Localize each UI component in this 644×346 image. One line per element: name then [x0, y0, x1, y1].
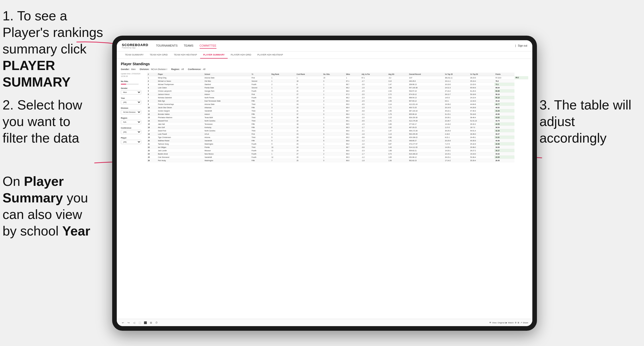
cell-2: North Carolina	[203, 129, 250, 132]
conference-value: All	[203, 68, 205, 71]
cell-7: 68.4	[345, 106, 360, 109]
undo-icon[interactable]: ↩	[121, 321, 125, 325]
view-original-btn[interactable]: 👁 View: Original	[489, 322, 505, 324]
cell-4: 7	[271, 159, 296, 162]
subnav-team-h2h-heatmap[interactable]: TEAM H2H HEATMAP	[171, 51, 200, 59]
header-right: | Sign out	[515, 44, 527, 47]
conference-select[interactable]: (All)	[121, 130, 141, 134]
cell-7: 68.7	[345, 109, 360, 113]
share-btn[interactable]: ↗ Share	[520, 322, 528, 324]
points-cell: 73.1	[494, 83, 514, 86]
cell-1: Maxwell Ford	[157, 119, 204, 122]
cell-4: 6	[271, 116, 296, 119]
grid-btn[interactable]: ⊞	[518, 322, 519, 324]
table-row: 19Tiger ChristensenArizonaThird523269.2-…	[147, 136, 528, 139]
cell-5: 22	[295, 119, 322, 122]
cell-9: 1.71	[387, 106, 408, 109]
cell-8: -1.8	[360, 159, 387, 162]
year-select[interactable]: (All)	[121, 100, 141, 104]
region-value: All	[181, 68, 184, 71]
division-select[interactable]: NCAA Division I	[121, 110, 141, 114]
paste-icon[interactable]: ⬛	[143, 321, 147, 325]
cell-6: 1	[322, 146, 345, 149]
copy-icon[interactable]: ⬚	[138, 321, 142, 325]
points-cell: 31.81	[494, 136, 514, 139]
cell-11: 26-23-1	[444, 156, 469, 159]
cell-7: 68.6	[345, 149, 360, 152]
cell-10: 533-57-16	[408, 89, 444, 93]
nav-committee[interactable]: COMMITTEE	[200, 43, 216, 49]
cell-6: 1	[322, 156, 345, 159]
cell-6: 2	[322, 96, 345, 99]
cell-2: Arizona State	[203, 103, 250, 106]
cell-10: 616-168-22	[408, 152, 444, 156]
subnav-player-summary[interactable]: PLAYER SUMMARY	[200, 51, 228, 59]
cell-11: 14-20-1	[444, 149, 469, 152]
clock-icon[interactable]: ⏱	[154, 321, 159, 325]
table-row: 25Cole SherwoodVanderbiltFourth1223169.3…	[147, 156, 528, 159]
rank-cell: 13	[147, 116, 157, 119]
player-select[interactable]: (All)	[121, 140, 141, 144]
cell-5: 24	[295, 146, 322, 149]
cell-4: 5	[271, 136, 296, 139]
table-row: 16Alex GoffKentuckyFifth819068.3-1.71.92…	[147, 126, 528, 129]
cell-3: Third	[251, 136, 271, 139]
cell-10: 429-198-22	[408, 136, 444, 139]
watch-btn[interactable]: ▶ Watch	[506, 322, 513, 324]
settings-btn[interactable]: ⚙	[515, 322, 517, 324]
cell-4: 5	[271, 113, 296, 116]
region-select[interactable]: N/A	[121, 120, 141, 124]
cell-9: 0.74	[387, 152, 408, 156]
cell-12: 44-64-6	[469, 103, 494, 106]
rank-cell: 7	[147, 96, 157, 99]
cell-10: 448-85-27	[408, 139, 444, 142]
cell-12: 26-32-2	[469, 122, 494, 126]
cell-12: 50-18-6	[469, 113, 494, 116]
points-cell: 40.96	[494, 113, 514, 116]
subnav-team-summary[interactable]: TEAM SUMMARY	[122, 51, 147, 59]
cell-6: 0	[322, 109, 345, 113]
table-row: 15Jake HallTennesseeFifth718068.5-1.51.6…	[147, 122, 528, 126]
points-cell: 36.54	[494, 126, 514, 129]
cell-11: 8-21-1	[444, 136, 469, 139]
gender-value: Men	[131, 68, 136, 71]
rds-slider[interactable]	[121, 84, 139, 85]
cell-1: Luke Claton	[157, 86, 204, 89]
gender-select[interactable]: Men	[121, 90, 141, 94]
points-cell: 29.95	[494, 156, 514, 159]
cell-11: 19-11-1	[444, 79, 469, 83]
link-icon[interactable]: ⊞	[149, 321, 153, 325]
cell-4: 1	[271, 152, 296, 156]
cell-8: -2.3	[360, 149, 387, 152]
table-row: 5Christo LamprechtGeorgia TechFourth2212…	[147, 89, 528, 93]
cell-3: Fifth	[251, 126, 271, 129]
nav-teams[interactable]: TEAMS	[184, 43, 194, 49]
subnav-player-h2h-grid[interactable]: PLAYER H2H GRID	[228, 51, 254, 59]
cell-3: Third	[251, 116, 271, 119]
cell-7: 1	[345, 76, 360, 79]
subnav-team-h2h-grid[interactable]: TEAM H2H GRID	[147, 51, 171, 59]
cell-1: David Ford	[157, 129, 204, 132]
cell-5: 24	[295, 99, 322, 103]
cell-6: 0	[322, 119, 345, 122]
cell-4: 10	[271, 146, 296, 149]
sign-out-link[interactable]: Sign out	[518, 44, 527, 47]
page-title: Player Standings	[121, 62, 528, 66]
subnav-player-h2h-heatmap[interactable]: PLAYER H2H HEATMAP	[254, 51, 286, 59]
cell-9: 2.01	[387, 96, 408, 99]
cell-1: Christo Lamprecht	[157, 89, 204, 93]
header-separator: |	[515, 44, 516, 47]
cell-1: Michael Le Sasso	[157, 79, 204, 83]
col-school: School	[203, 73, 250, 76]
back-icon[interactable]: ◁	[132, 321, 136, 325]
instruction-step3-sub: On Player Summary you can also view by s…	[3, 173, 97, 239]
rank-cell: 21	[147, 142, 157, 146]
redo-icon[interactable]: ↪	[126, 321, 131, 325]
cell-7: 69.1	[345, 119, 360, 122]
cell-3: Fourth	[251, 149, 271, 152]
nav-tournaments[interactable]: TOURNAMENTS	[156, 43, 178, 49]
cell-8: -1.8	[360, 132, 387, 136]
content-body: Update time: 27/03/2024 16:56:26 No Rds.…	[121, 73, 528, 316]
cell-10: 208-96-13	[408, 83, 444, 86]
division-value: NCAA Division I	[151, 68, 167, 71]
